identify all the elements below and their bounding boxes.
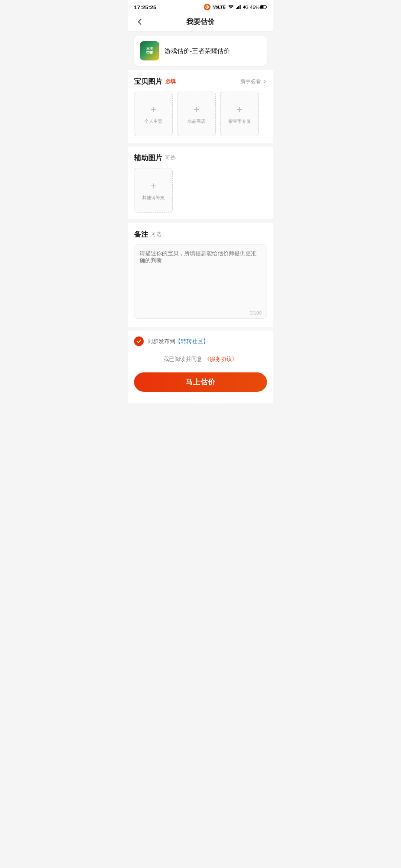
sync-checkbox[interactable]: [134, 336, 144, 346]
remark-counter: 0/100: [250, 310, 262, 316]
battery-icon: [260, 5, 267, 9]
upload-item-crystal-shop[interactable]: + 水晶商店: [177, 92, 216, 136]
agreement-link[interactable]: 《服务协议》: [204, 356, 238, 362]
newbie-guide-link[interactable]: 新手必看: [240, 78, 267, 85]
back-button[interactable]: [134, 16, 146, 28]
main-photos-section: 宝贝图片 必填 新手必看 + 个人主页 + 水晶商店 + 紫星币专属: [128, 70, 273, 143]
sync-highlight: 【转转社区】: [175, 338, 209, 344]
game-icon: 王者 荣耀: [140, 41, 159, 60]
signal-icon: [235, 4, 241, 10]
status-time: 17:25:25: [134, 4, 156, 10]
4g-icon: 4G: [243, 5, 248, 9]
app-icon: [204, 4, 211, 10]
remark-textarea-wrapper: 0/100: [134, 244, 267, 320]
upload-item-star-coin[interactable]: + 紫星币专属: [220, 92, 259, 136]
plus-icon-crystal: +: [190, 103, 202, 115]
remark-title: 备注: [134, 230, 148, 239]
game-name: 游戏估价-王者荣耀估价: [164, 47, 230, 55]
agreement-prefix: 我已阅读并同意: [163, 356, 204, 362]
extra-photos-section: 辅助图片 可选 + 其他请补充: [128, 147, 273, 219]
main-content: 王者 荣耀 游戏估价-王者荣耀估价 宝贝图片 必填 新手必看 + 个人主页: [128, 36, 273, 410]
upload-label-crystal: 水晶商店: [188, 118, 205, 125]
svg-rect-5: [240, 5, 241, 9]
upload-item-homepage[interactable]: + 个人主页: [134, 92, 173, 136]
plus-icon-star: +: [234, 103, 245, 115]
status-bar: 17:25:25 VoLTE 4G 46%: [128, 0, 273, 13]
section-title-wrap: 宝贝图片 必填: [134, 77, 176, 86]
svg-rect-2: [236, 8, 237, 9]
extra-photos-title: 辅助图片: [134, 153, 162, 163]
submit-button-wrap: 马上估价: [128, 369, 273, 403]
submit-button[interactable]: 马上估价: [134, 372, 267, 392]
section-header-photos: 宝贝图片 必填 新手必看: [134, 77, 267, 86]
svg-point-1: [206, 6, 208, 8]
plus-icon-other: +: [147, 180, 159, 192]
upload-label-star: 紫星币专属: [228, 118, 251, 125]
battery-indicator: 46%: [250, 4, 267, 10]
svg-rect-4: [238, 6, 239, 9]
svg-rect-7: [261, 6, 264, 9]
main-photos-title: 宝贝图片: [134, 77, 162, 86]
upload-label-homepage: 个人主页: [144, 118, 162, 125]
game-card[interactable]: 王者 荣耀 游戏估价-王者荣耀估价: [134, 36, 267, 66]
section-title-wrap-remark: 备注 可选: [134, 230, 162, 239]
agreement-row: 我已阅读并同意 《服务协议》: [128, 352, 273, 369]
remark-section: 备注 可选 0/100: [128, 223, 273, 327]
remark-input[interactable]: [134, 244, 267, 319]
section-header-remark: 备注 可选: [134, 230, 267, 239]
main-photo-grid: + 个人主页 + 水晶商店 + 紫星币专属: [134, 92, 267, 136]
section-header-extra: 辅助图片 可选: [134, 153, 267, 163]
optional-badge-extra: 可选: [165, 155, 176, 161]
status-icons: VoLTE 4G 46%: [204, 4, 267, 10]
upload-item-other[interactable]: + 其他请补充: [134, 168, 173, 213]
nav-bar: 我要估价: [128, 13, 273, 32]
page-title: 我要估价: [186, 17, 215, 27]
svg-rect-3: [237, 7, 238, 9]
extra-photo-grid: + 其他请补充: [134, 168, 267, 213]
volte-icon: VoLTE: [212, 4, 226, 10]
plus-icon-homepage: +: [147, 103, 159, 115]
section-title-wrap-extra: 辅助图片 可选: [134, 153, 176, 163]
optional-badge-remark: 可选: [151, 231, 162, 238]
wifi-icon: [228, 4, 234, 10]
sync-row[interactable]: 同步发布到【转转社区】: [128, 331, 273, 352]
required-badge: 必填: [165, 78, 176, 85]
sync-text: 同步发布到【转转社区】: [147, 338, 209, 345]
svg-rect-8: [266, 6, 267, 8]
upload-label-other: 其他请补充: [142, 195, 164, 201]
